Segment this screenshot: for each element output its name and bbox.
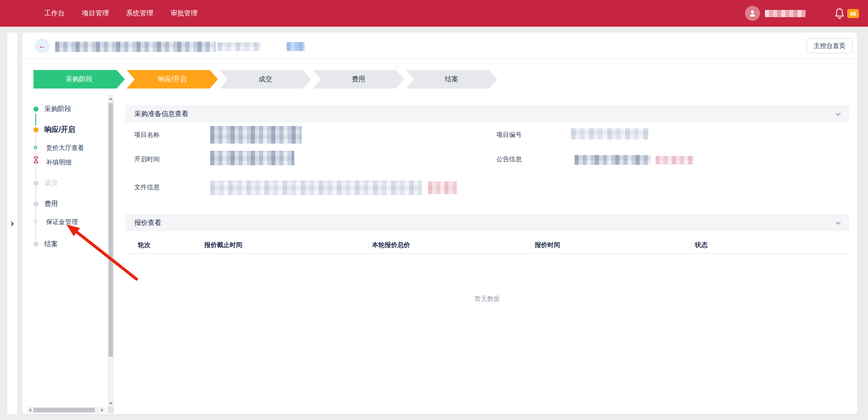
- main-menu: 工作台 项目管理 系统管理 审批管理: [44, 9, 198, 18]
- notification-bell-icon[interactable]: [835, 8, 844, 19]
- sidebar-item-procurement-stage[interactable]: 采购阶段: [44, 105, 71, 113]
- field-label-project-name: 项目名称: [134, 131, 160, 139]
- nav-item-system-management[interactable]: 系统管理: [126, 9, 153, 18]
- column-quote-deadline: 报价截止时间: [204, 241, 242, 249]
- stage-dot-fee: [33, 201, 38, 206]
- column-quote-time: 报价时间: [535, 241, 560, 249]
- scrollbar-corner: [108, 407, 114, 413]
- step-label: 费用: [352, 75, 365, 84]
- collapse-chevron-icon[interactable]: [835, 111, 840, 116]
- sidebar-item-deposit-management[interactable]: 保证金管理: [46, 218, 78, 226]
- sublink-ring-gray: [34, 220, 37, 223]
- step-label: 响应/开启: [158, 75, 187, 84]
- page-header: ← 主控台首页: [22, 33, 857, 59]
- notification-count-badge[interactable]: 46: [847, 9, 859, 18]
- field-value-project-number-redacted: [571, 128, 649, 140]
- back-button[interactable]: ←: [35, 38, 50, 53]
- collapsed-side-panel[interactable]: [7, 33, 17, 414]
- column-separator: [201, 241, 201, 250]
- timeline-connector-green: [35, 114, 36, 126]
- project-title-redacted-2: [217, 42, 261, 51]
- stepper-step-fee[interactable]: 费用: [313, 70, 404, 89]
- stage-dot-active: [33, 127, 38, 132]
- field-value-announcement-redacted: [575, 155, 651, 165]
- person-icon: [749, 9, 756, 17]
- field-value-open-time-redacted: [210, 151, 294, 165]
- sidebar-vertical-scrollbar[interactable]: [108, 95, 114, 407]
- sidebar-item-bidding-hall[interactable]: 竞价大厅查看: [46, 144, 84, 152]
- column-separator: [691, 241, 692, 250]
- sidebar-horizontal-scrollbar[interactable]: [27, 407, 105, 413]
- sidebar-item-supplement-detail[interactable]: 补填明细: [46, 159, 71, 167]
- step-label: 结案: [445, 75, 458, 84]
- hourglass-icon: [33, 156, 39, 163]
- field-value-project-name-redacted: [210, 126, 302, 144]
- stage-dot-disabled: [33, 181, 38, 186]
- field-label-announcement-info: 公告信息: [496, 155, 522, 163]
- nav-item-project-management[interactable]: 项目管理: [82, 9, 109, 18]
- project-title-redacted: [55, 42, 216, 52]
- status-tag-redacted: [287, 42, 305, 51]
- section-header-quote-view: 报价查看: [125, 214, 849, 231]
- empty-data-placeholder: 暂无数据: [125, 295, 849, 303]
- back-arrow-icon: ←: [38, 42, 46, 51]
- collapse-chevron-icon[interactable]: [835, 219, 840, 224]
- column-round: 轮次: [138, 241, 151, 249]
- field-label-open-time: 开启时间: [134, 155, 160, 163]
- column-separator: [368, 241, 369, 250]
- sidebar-item-deal[interactable]: 成交: [44, 179, 58, 187]
- stepper-step-procurement[interactable]: 采购阶段: [33, 70, 125, 89]
- horizontal-scroll-thumb[interactable]: [33, 408, 95, 412]
- topbar-shadow-divider: [0, 27, 868, 28]
- main-content-card: ← 主控台首页 采购阶段 响应/开启 成交 费用 结案 采购阶段 响应/开启: [22, 33, 857, 414]
- scroll-left-arrow-icon[interactable]: [29, 408, 31, 412]
- file-link-redacted[interactable]: [428, 182, 457, 194]
- user-avatar[interactable]: [745, 6, 760, 21]
- stepper-step-response-open[interactable]: 响应/开启: [127, 70, 218, 89]
- nav-item-workbench[interactable]: 工作台: [44, 9, 65, 18]
- top-navigation-bar: 工作台 项目管理 系统管理 审批管理: [0, 0, 868, 27]
- announcement-link-redacted[interactable]: [656, 156, 693, 164]
- sidebar-item-response-open[interactable]: 响应/开启: [44, 125, 75, 135]
- column-status: 状态: [695, 241, 708, 249]
- section-header-purchase-info: 采购准备信息查看: [125, 105, 849, 122]
- column-round-total-price: 本轮报价总价: [372, 241, 410, 249]
- scroll-down-arrow-icon[interactable]: [109, 402, 113, 405]
- column-separator: [531, 241, 532, 250]
- expand-chevron-icon[interactable]: [9, 222, 14, 226]
- stepper-step-close[interactable]: 结案: [406, 70, 497, 89]
- username-redacted[interactable]: [765, 10, 806, 17]
- section-title: 采购准备信息查看: [134, 110, 189, 118]
- vertical-scroll-thumb[interactable]: [108, 103, 113, 357]
- stepper-step-deal[interactable]: 成交: [220, 70, 311, 89]
- field-label-project-number: 项目编号: [496, 131, 522, 139]
- stage-dot-done: [33, 107, 38, 112]
- scroll-right-arrow-icon[interactable]: [101, 408, 104, 412]
- field-value-file-info-redacted: [210, 181, 422, 195]
- stage-dot-close: [33, 242, 38, 247]
- timeline-connector-gray: [35, 135, 36, 243]
- quote-table-header: 轮次 报价截止时间 本轮报价总价 报价时间 状态: [125, 237, 849, 254]
- sublink-ring-green: [34, 146, 37, 149]
- process-stepper: 采购阶段 响应/开启 成交 费用 结案: [33, 70, 497, 89]
- field-label-file-info: 文件信息: [134, 183, 160, 191]
- sidebar-item-close-case[interactable]: 结案: [44, 240, 58, 248]
- console-home-button[interactable]: 主控台首页: [807, 38, 853, 53]
- step-label: 成交: [259, 75, 272, 84]
- section-title: 报价查看: [134, 219, 161, 227]
- scroll-up-arrow-icon[interactable]: [109, 98, 113, 100]
- step-label: 采购阶段: [66, 75, 93, 84]
- sidebar-item-fee[interactable]: 费用: [44, 200, 58, 208]
- nav-item-approval-management[interactable]: 审批管理: [170, 9, 198, 18]
